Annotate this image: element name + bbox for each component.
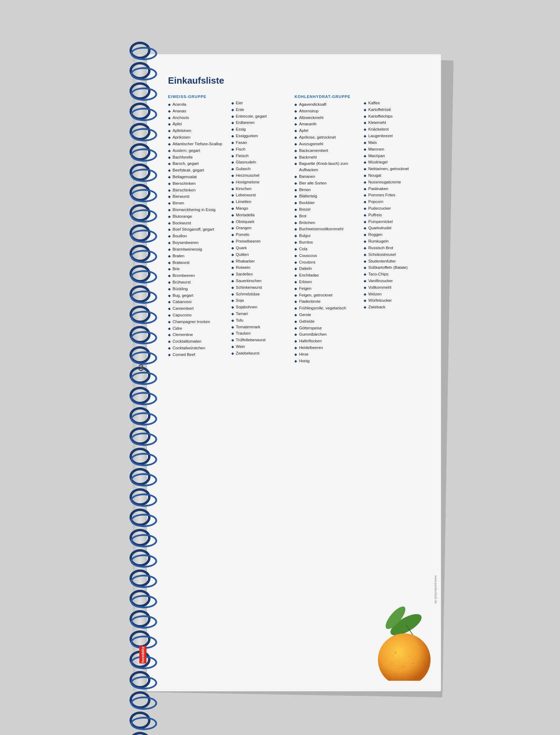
list-item: ◆Birnen: [294, 187, 360, 193]
item-text: Cidre: [173, 326, 228, 332]
item-text: Haferflocken: [299, 338, 360, 344]
bullet-icon: ◆: [294, 174, 297, 180]
list-item: ◆Bananen: [294, 174, 360, 180]
list-item: ◆Bückling: [168, 286, 228, 292]
item-text: Essiggurken: [236, 133, 291, 139]
bullet-icon: ◆: [294, 187, 297, 193]
list-item: ◆Boysenbeeren: [168, 240, 228, 246]
bullet-icon: ◆: [364, 304, 366, 310]
bullet-icon: ◆: [168, 306, 171, 312]
list-item: ◆Bierschinken: [168, 181, 228, 187]
bullet-icon: ◆: [231, 344, 234, 350]
item-text: Bier alle Sorten: [299, 180, 360, 187]
bullet-icon: ◆: [294, 155, 297, 160]
item-text: Barsch, gegart: [173, 161, 228, 167]
bullet-icon: ◆: [231, 278, 234, 284]
bullet-icon: ◆: [364, 114, 366, 119]
spiral-coil: [130, 123, 150, 140]
item-text: Taco-Chips: [368, 271, 424, 278]
bullet-icon: ◆: [294, 279, 297, 285]
bullet-icon: ◆: [294, 246, 297, 252]
item-text: Bismarckhering in Essig: [173, 207, 228, 213]
list-item: ◆Tofu: [231, 317, 291, 324]
bullet-icon: ◆: [364, 127, 366, 132]
item-text: Studentenfutter: [368, 258, 424, 265]
list-item: ◆Götterspeise: [294, 325, 360, 331]
bullet-icon: ◆: [294, 220, 297, 226]
bullet-icon: ◆: [294, 128, 297, 134]
bullet-icon: ◆: [168, 273, 171, 279]
list-item: ◆Clementine: [168, 332, 228, 338]
list-item: ◆Äpfel: [168, 121, 228, 127]
list-item: ◆Essig: [231, 126, 291, 133]
bullet-icon: ◆: [168, 345, 171, 351]
spiral-coil: [130, 610, 150, 628]
list-item: ◆Sauerkirschen: [231, 278, 291, 284]
spiral-coil: [130, 346, 150, 364]
list-item: ◆Soja: [231, 298, 291, 304]
item-text: Vanillinzucker: [368, 278, 424, 284]
bullet-icon: ◆: [231, 140, 234, 146]
list-item: ◆Rhabarber: [231, 258, 291, 265]
bullet-icon: ◆: [231, 318, 234, 323]
item-text: Tomatenmark: [236, 324, 291, 330]
bullet-icon: ◆: [231, 166, 234, 172]
bullet-icon: ◆: [231, 219, 234, 225]
spiral-coil: [130, 488, 150, 506]
item-text: Limetten: [236, 199, 291, 205]
bullet-icon: ◆: [364, 239, 366, 244]
list-item: ◆Russisch Brot: [364, 245, 424, 251]
bullet-icon: ◆: [168, 253, 171, 259]
bullet-icon: ◆: [231, 304, 234, 310]
bullet-icon: ◆: [364, 252, 366, 258]
item-text: Weizen: [368, 291, 424, 298]
list-item: ◆Honigmelone: [231, 179, 291, 186]
item-text: Nektarinen, getrocknet: [368, 166, 424, 172]
bullet-icon: ◆: [364, 140, 366, 146]
list-item: ◆Camembert: [168, 306, 228, 312]
orange-illustration: [350, 604, 441, 681]
bullet-icon: ◆: [168, 168, 171, 173]
bullet-icon: ◆: [294, 352, 297, 357]
spiral-coil: [130, 671, 150, 688]
bullet-icon: ◆: [231, 206, 234, 211]
list-item: ◆Boef Stroganoff, gegart: [168, 226, 228, 233]
list-item: ◆Wein: [231, 344, 291, 350]
spiral-coil: [130, 529, 150, 546]
spiral-coil: [130, 103, 150, 120]
svg-point-5: [378, 634, 430, 681]
item-text: Fisch: [236, 146, 291, 153]
svg-point-6: [394, 652, 397, 654]
item-text: Enchiladas: [299, 272, 360, 279]
spiral-coil: [130, 143, 150, 161]
item-text: Burritos: [299, 239, 360, 246]
bullet-icon: ◆: [231, 272, 234, 277]
item-text: Frühlingsrolle, vegetarisch: [299, 305, 360, 312]
eiweiss-list-2: ◆Eier◆Ente◆Entrecote, gegart◆Erdbeeren◆E…: [231, 100, 291, 357]
spiral-coil: [130, 82, 150, 100]
item-text: Braten: [173, 253, 228, 259]
bullet-icon: ◆: [364, 160, 366, 165]
item-text: Zwieback: [368, 304, 424, 310]
list-item: ◆Pastinaken: [364, 186, 424, 192]
item-text: Backcamembert: [299, 148, 360, 154]
bullet-icon: ◆: [231, 311, 234, 317]
bullet-icon: ◆: [364, 147, 366, 152]
list-item: ◆Getreide: [294, 318, 360, 325]
item-text: Entrecote, gegart: [236, 113, 291, 120]
bullet-icon: ◆: [364, 225, 366, 231]
item-text: Getreide: [299, 318, 360, 325]
list-item: ◆Tomatenmark: [231, 324, 291, 330]
list-item: ◆Branntweinessig: [168, 246, 228, 253]
page-number: 3: [138, 362, 144, 373]
item-text: Honig: [299, 358, 360, 364]
bullet-icon: ◆: [294, 326, 297, 331]
list-item: ◆Couscous: [294, 253, 360, 259]
list-item: ◆Champagner trocken: [168, 319, 228, 325]
list-item: ◆Agavendicksaft: [294, 102, 360, 108]
eiweiss-list-1: ◆Acerola◆Ananas◆Anchovis◆Äpfel◆Apfelsine…: [168, 102, 228, 358]
bullet-icon: ◆: [168, 188, 171, 193]
list-item: ◆Kirschen: [231, 186, 291, 192]
bullet-icon: ◆: [294, 108, 297, 114]
list-item: ◆Amaranth: [294, 121, 360, 127]
